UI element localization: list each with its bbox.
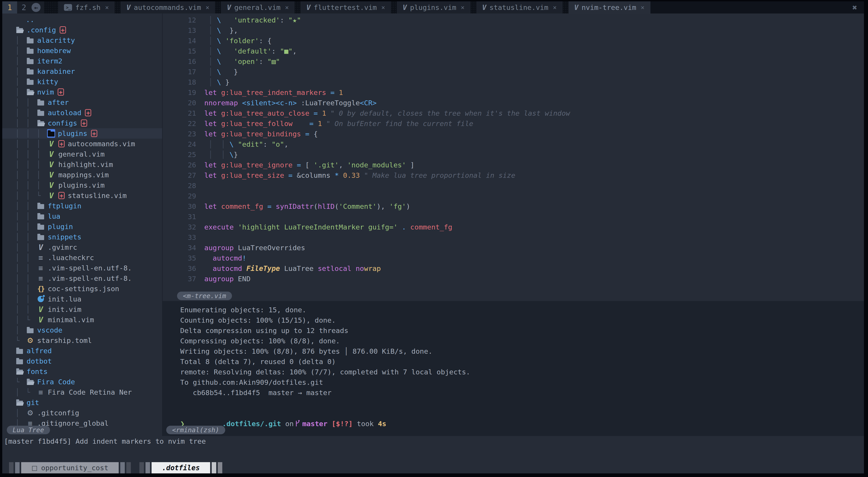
tree-item-coc-settings.json[interactable]: ││{}coc-settings.json — [2, 283, 162, 294]
git-unstaged-badge: + — [58, 89, 64, 96]
tree-item-lua[interactable]: ││lua — [2, 211, 162, 222]
code-segment — [221, 15, 234, 25]
tab-fluttertest.vim[interactable]: Vfluttertest.vim× — [301, 1, 391, 13]
tree-item-vscode[interactable]: │vscode — [2, 325, 162, 335]
tree-item-dotbot[interactable]: dotbot — [2, 356, 162, 366]
terminal-line: Compressing objects: 100% (8/8), done. — [180, 336, 864, 346]
tree-item-.luacheckrc[interactable]: ││≡.luacheckrc — [2, 252, 162, 263]
tree-item-.vim-spell-en.utf-8.[interactable]: ││≡.vim-spell-en.utf-8. — [2, 273, 162, 283]
editor-pane[interactable]: 12 │ \ 'untracked': "★"13 │ \ },14 │ \ '… — [163, 13, 864, 301]
right-column: 12 │ \ 'untracked': "★"13 │ \ },14 │ \ '… — [162, 13, 864, 436]
tree-item-Fira Code[interactable]: └Fira Code — [2, 377, 162, 387]
code-segment — [204, 253, 213, 263]
vim-file-icon: V — [47, 181, 56, 190]
tmux-window-name: .dotfiles — [162, 464, 200, 472]
tree-item-mappings.vim[interactable]: │││Vmappings.vim — [2, 170, 162, 180]
tree-item-homebrew[interactable]: │homebrew — [2, 45, 162, 56]
pane-number-1[interactable]: 1 — [2, 1, 17, 13]
tree-item-..[interactable]: .. — [2, 14, 162, 25]
file-tree-pane[interactable]: ...config+│alacritty│homebrew│iterm2│kar… — [2, 13, 162, 436]
code-line: 18 │ \ } — [163, 77, 864, 87]
code-segment: , — [292, 46, 297, 56]
tab-close-icon[interactable]: × — [381, 4, 385, 11]
code-segment: g:lua_tree_auto_close — [221, 108, 309, 118]
tree-item-git[interactable]: git — [2, 397, 162, 408]
tree-item-starship.toml[interactable]: └⚙starship.toml — [2, 335, 162, 346]
code-segment — [292, 118, 309, 129]
tab-close-icon[interactable]: × — [553, 4, 557, 11]
tree-item-label: after — [48, 98, 69, 106]
tree-item-plugins.vim[interactable]: │││Vplugins.vim — [2, 180, 162, 190]
vim-file-icon: V — [47, 149, 56, 159]
tree-item-Fira Code Retina Ner[interactable]: │└≡Fira Code Retina Ner — [2, 387, 162, 397]
tree-item-autoload[interactable]: ││autoload+ — [2, 107, 162, 118]
code-segment: execute — [204, 222, 234, 232]
tree-item-.config[interactable]: .config+ — [2, 25, 162, 35]
terminal-icon: >_ — [64, 4, 72, 11]
tab-general.vim[interactable]: Vgeneral.vim× — [221, 1, 294, 13]
tree-item-fonts[interactable]: fonts — [2, 366, 162, 377]
terminal-pane[interactable]: Enumerating objects: 15, done.Counting o… — [163, 301, 864, 436]
tab-close-icon[interactable]: × — [461, 4, 465, 11]
tree-item-label: mappings.vim — [58, 171, 109, 179]
tree-item-after[interactable]: ││after — [2, 97, 162, 107]
tree-item-highlight.vim[interactable]: │││Vhighlight.vim — [2, 159, 162, 170]
tree-item-.gvimrc[interactable]: ││V.gvimrc — [2, 242, 162, 252]
tab-statusline.vim[interactable]: Vstatusline.vim× — [476, 1, 563, 13]
text-file-icon: ≡ — [36, 388, 45, 397]
tree-item-karabiner[interactable]: │karabiner — [2, 66, 162, 76]
code-segment: 'default' — [234, 46, 272, 56]
line-number: 21 — [163, 108, 204, 118]
tree-indent-guide: │ — [26, 119, 36, 127]
tree-item-plugin[interactable]: ││plugin — [2, 222, 162, 232]
code-line: 21let g:lua_tree_auto_close = 1 " 0 by d… — [163, 108, 864, 118]
tab-nvim-tree.vim[interactable]: Vnvim-tree.vim× — [568, 1, 650, 13]
tree-item-nvim[interactable]: │nvim+ — [2, 87, 162, 97]
line-number: 24 — [163, 139, 204, 149]
tree-item-snippets[interactable]: ││snippets — [2, 232, 162, 242]
pane-number-2[interactable]: 2 — [17, 1, 31, 13]
tree-item-statusline.vim[interactable]: ││└V+statusline.vim — [2, 190, 162, 201]
tree-item-ftplugin[interactable]: ││ftplugin — [2, 201, 162, 211]
tab-close-icon[interactable]: × — [641, 4, 645, 11]
tab-close-icon[interactable]: × — [285, 4, 289, 11]
tab-autocommands.vim[interactable]: Vautocommands.vim× — [121, 1, 215, 13]
tree-item-alacritty[interactable]: │alacritty — [2, 35, 162, 45]
tree-indent-guide: │ — [36, 150, 47, 158]
tree-indent-guide: │ — [36, 140, 47, 148]
tree-item-alfred[interactable]: alfred — [2, 346, 162, 356]
tree-item-kitty[interactable]: │kitty — [2, 76, 162, 87]
tree-item-.vim-spell-en.utf-8.[interactable]: ││≡.vim-spell-en.utf-8. — [2, 263, 162, 273]
tree-indent-guide: │ — [15, 88, 26, 96]
tmux-window-.dotfiles[interactable]: .dotfiles — [140, 462, 222, 473]
tree-item-minimal.vim[interactable]: │└Vminimal.vim — [2, 314, 162, 325]
code-segment — [272, 201, 276, 211]
tree-item-label: .gvimrc — [48, 243, 77, 251]
tab-plugins.vim[interactable]: Vplugins.vim× — [397, 1, 470, 13]
tab-close-icon[interactable]: × — [105, 4, 109, 11]
tree-item-init.lua[interactable]: ││init.lua — [2, 294, 162, 304]
code-segment: \ — [217, 15, 221, 25]
tree-item-init.vim[interactable]: ││Vinit.vim — [2, 304, 162, 314]
close-all-icon[interactable]: ✖ — [845, 1, 864, 13]
tree-item-.gitconfig[interactable]: │⚙.gitconfig — [2, 408, 162, 418]
code-segment: , — [339, 160, 347, 170]
text-file-icon: ≡ — [36, 264, 45, 272]
tmux-window-opportunity_cost[interactable]: □opportunity_cost — [9, 462, 131, 473]
tree-item-configs[interactable]: ││configs+ — [2, 118, 162, 128]
tree-item-plugins[interactable]: │││plugins+ — [2, 128, 162, 139]
back-arrow-icon[interactable]: ← — [32, 3, 40, 12]
tabs: >_fzf.sh×Vautocommands.vim×Vgeneral.vim×… — [58, 1, 650, 13]
code-line: 19let g:lua_tree_indent_markers = 1 — [163, 87, 864, 98]
tab-fzf.sh[interactable]: >_fzf.sh× — [58, 1, 115, 13]
tree-item-general.vim[interactable]: │││Vgeneral.vim — [2, 149, 162, 159]
code-segment: " Make lua tree proportional in size — [364, 170, 515, 180]
code-segment: 'highlight LuaTreeIndentMarker guifg=' — [238, 222, 398, 232]
folder-icon — [36, 108, 45, 117]
line-number: 17 — [163, 67, 204, 77]
tree-item-label: .vim-spell-en.utf-8. — [48, 264, 132, 272]
tree-item-autocommands.vim[interactable]: │││V+autocommands.vim — [2, 139, 162, 149]
code-segment: \ — [217, 36, 221, 46]
tab-close-icon[interactable]: × — [206, 4, 210, 11]
tree-item-iterm2[interactable]: │iterm2 — [2, 56, 162, 66]
